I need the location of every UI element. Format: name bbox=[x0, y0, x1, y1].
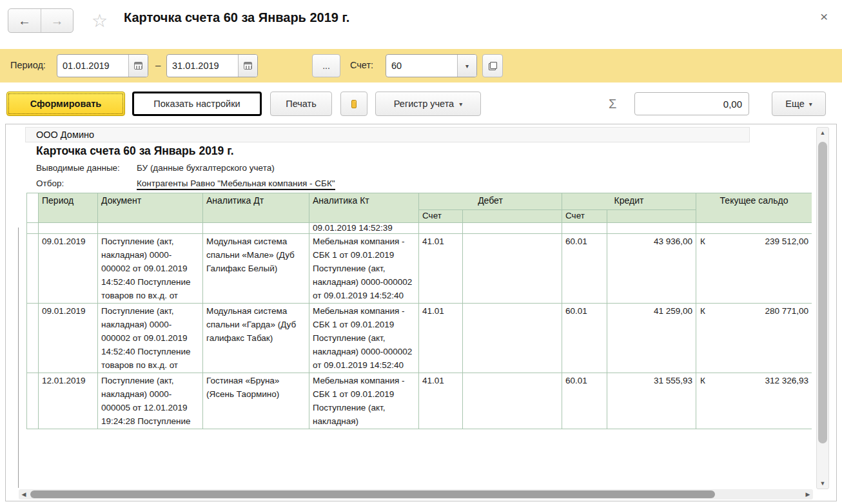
col-header-balance[interactable]: Текущее сальдо bbox=[696, 193, 812, 223]
table-row[interactable]: 09.01.2019 Поступление (акт, накладная) … bbox=[27, 234, 812, 304]
scroll-left-icon[interactable]: ◀ bbox=[19, 489, 29, 499]
scroll-up-icon[interactable]: ▲ bbox=[817, 128, 828, 138]
cell-credit-account[interactable]: 60.01 bbox=[562, 304, 607, 373]
cell-debit-account[interactable]: 41.01 bbox=[419, 234, 463, 304]
cell-analytics-kt[interactable]: Мебельная компания - СБК 1 от 09.01.2019… bbox=[309, 373, 419, 429]
forward-button[interactable]: → bbox=[41, 9, 73, 32]
cell-analytics-dt[interactable]: Модульная система спальни «Мале» (Дуб Га… bbox=[203, 234, 309, 304]
cell-period[interactable]: 09.01.2019 bbox=[39, 234, 98, 304]
cell-analytics-kt[interactable]: 09.01.2019 14:52:39 bbox=[309, 223, 419, 234]
vertical-scrollbar[interactable]: ▲ ▼ bbox=[816, 127, 829, 489]
sum-input[interactable] bbox=[635, 93, 749, 115]
cell-credit-sum[interactable]: 31 555,93 bbox=[607, 373, 696, 429]
choose-period-button[interactable]: ... bbox=[312, 54, 340, 77]
cell-debit-sum[interactable] bbox=[463, 223, 562, 234]
register-menu-button[interactable]: Регистр учета ▾ bbox=[375, 92, 481, 116]
row-grouping-line[interactable] bbox=[18, 228, 19, 488]
period-label: Период: bbox=[10, 60, 46, 70]
chevron-down-icon: ▾ bbox=[809, 101, 812, 108]
cell-period[interactable]: 09.01.2019 bbox=[39, 304, 98, 373]
cell-document[interactable]: Поступление (акт, накладная) 0000-000005… bbox=[98, 373, 203, 429]
print-button[interactable]: Печать bbox=[270, 92, 332, 116]
cell-debit-sum[interactable] bbox=[463, 373, 562, 429]
cell-credit-sum[interactable]: 41 259,00 bbox=[607, 304, 696, 373]
col-header-period[interactable]: Период bbox=[39, 193, 98, 223]
account-input[interactable] bbox=[386, 55, 457, 77]
scroll-down-icon[interactable]: ▼ bbox=[817, 478, 828, 489]
cell-period[interactable] bbox=[39, 223, 98, 234]
balance-sign: К bbox=[700, 304, 705, 318]
filter-value-link[interactable]: Контрагенты Равно "Мебельная компания - … bbox=[137, 179, 335, 190]
account-field: ▾ bbox=[386, 54, 477, 77]
cell-document[interactable] bbox=[98, 223, 203, 234]
period-to-calendar-button[interactable] bbox=[238, 55, 257, 77]
cell-credit-sum[interactable] bbox=[607, 223, 696, 234]
cell-analytics-kt[interactable]: Мебельная компания - СБК 1 от 09.01.2019… bbox=[309, 304, 419, 373]
cell-analytics-kt[interactable]: Мебельная компания - СБК 1 от 09.01.2019… bbox=[309, 234, 419, 304]
balance-sign: К bbox=[700, 235, 705, 248]
cell-debit-account[interactable]: 41.01 bbox=[419, 304, 463, 373]
report-table: Период Документ Аналитика Дт Аналитика К… bbox=[26, 193, 812, 429]
col-header-debit-account[interactable]: Счет bbox=[419, 210, 463, 223]
col-header-document[interactable]: Документ bbox=[98, 193, 203, 223]
generate-button[interactable]: Сформировать bbox=[6, 92, 125, 116]
close-icon[interactable]: × bbox=[820, 9, 828, 24]
cell-debit-sum[interactable] bbox=[463, 234, 562, 304]
filter-label: Отбор: bbox=[36, 179, 137, 190]
cell-document[interactable]: Поступление (акт, накладная) 0000-000002… bbox=[98, 234, 203, 304]
window-header: ← → ☆ Карточка счета 60 за Январь 2019 г… bbox=[0, 0, 842, 45]
report-title: Карточка счета 60 за Январь 2019 г. bbox=[36, 144, 234, 158]
vertical-scroll-thumb[interactable] bbox=[818, 142, 827, 443]
report-table-container: Период Документ Аналитика Дт Аналитика К… bbox=[26, 193, 812, 488]
cell-credit-account[interactable]: 60.01 bbox=[562, 234, 607, 304]
col-header-debit[interactable]: Дебет bbox=[419, 193, 562, 210]
cell-balance[interactable]: К 239 512,00 bbox=[696, 234, 812, 304]
period-from-calendar-button[interactable] bbox=[128, 55, 148, 77]
chevron-down-icon: ▾ bbox=[465, 63, 469, 70]
period-to-input[interactable] bbox=[167, 55, 238, 77]
table-row-clipped[interactable]: 09.01.2019 14:52:39 bbox=[27, 223, 812, 234]
more-menu-button[interactable]: Еще ▾ bbox=[772, 92, 826, 116]
account-open-button[interactable] bbox=[482, 54, 503, 77]
favorite-star-icon[interactable]: ☆ bbox=[92, 10, 108, 32]
send-email-button[interactable] bbox=[340, 92, 367, 116]
report-toolbar: Сформировать Показать настройки Печать Р… bbox=[0, 82, 842, 119]
register-label: Регистр учета bbox=[394, 99, 454, 109]
cell-document[interactable]: Поступление (акт, накладная) 0000-000002… bbox=[98, 304, 203, 373]
col-header-credit-sum[interactable] bbox=[607, 210, 696, 223]
cell-analytics-dt[interactable] bbox=[203, 223, 309, 234]
back-button[interactable]: ← bbox=[8, 9, 41, 32]
table-row[interactable]: 12.01.2019 Поступление (акт, накладная) … bbox=[27, 373, 812, 429]
cell-balance[interactable] bbox=[696, 223, 812, 234]
company-row-highlight[interactable] bbox=[25, 127, 750, 142]
cell-balance[interactable]: К 280 771,00 bbox=[696, 304, 812, 373]
col-header-analytics-dt[interactable]: Аналитика Дт bbox=[203, 193, 309, 223]
cell-balance[interactable]: К 312 326,93 bbox=[696, 373, 812, 429]
calendar-icon bbox=[244, 62, 252, 70]
cell-debit-account[interactable]: 41.01 bbox=[419, 373, 463, 429]
col-header-credit-account[interactable]: Счет bbox=[562, 210, 607, 223]
cell-credit-account[interactable]: 60.01 bbox=[562, 373, 607, 429]
sum-sigma-icon: Σ bbox=[609, 97, 616, 111]
cell-period[interactable]: 12.01.2019 bbox=[39, 373, 98, 429]
col-header-credit[interactable]: Кредит bbox=[562, 193, 696, 210]
cell-credit-account[interactable] bbox=[562, 223, 607, 234]
cell-analytics-dt[interactable]: Модульная система спальни «Гарда» (Дуб г… bbox=[203, 304, 309, 373]
horizontal-scroll-thumb[interactable] bbox=[30, 490, 715, 498]
forward-arrow-icon: → bbox=[51, 14, 64, 28]
horizontal-scrollbar[interactable]: ◀ ▶ bbox=[19, 489, 813, 499]
open-in-window-icon bbox=[489, 62, 497, 70]
period-from-field bbox=[57, 54, 148, 77]
cell-debit-sum[interactable] bbox=[463, 304, 562, 373]
sum-field bbox=[634, 92, 749, 115]
col-header-analytics-kt[interactable]: Аналитика Кт bbox=[309, 193, 419, 223]
col-header-debit-sum[interactable] bbox=[463, 210, 562, 223]
cell-analytics-dt[interactable]: Гостиная «Бруна» (Ясень Таормино) bbox=[203, 373, 309, 429]
cell-credit-sum[interactable]: 43 936,00 bbox=[607, 234, 696, 304]
cell-debit-account[interactable] bbox=[419, 223, 463, 234]
table-row[interactable]: 09.01.2019 Поступление (акт, накладная) … bbox=[27, 304, 812, 373]
show-settings-button[interactable]: Показать настройки bbox=[132, 92, 262, 116]
account-dropdown-button[interactable]: ▾ bbox=[457, 55, 476, 77]
scroll-right-icon[interactable]: ▶ bbox=[803, 489, 813, 499]
period-from-input[interactable] bbox=[57, 55, 128, 77]
